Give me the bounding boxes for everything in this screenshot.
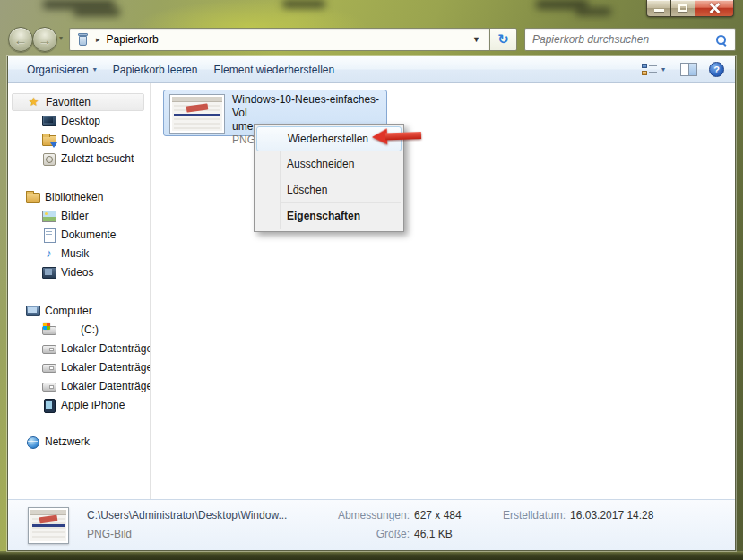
- file-list-pane: Windows-10-Neues-einfaches-Vol ume.png P…: [151, 83, 735, 499]
- recent-pages-chevron[interactable]: ▾: [59, 34, 63, 42]
- local-drive-icon: [42, 342, 56, 355]
- created-label: Erstelldatum:: [503, 509, 566, 521]
- favorites-star-icon: ★: [27, 96, 40, 108]
- explorer-window: ← → ▾ ▸ Papierkorb ▼ ↻ Organisieren ▾ Pa…: [0, 0, 743, 560]
- help-icon: ?: [713, 65, 720, 75]
- forward-arrow-icon: →: [39, 32, 52, 47]
- sidebar-item-bilder[interactable]: Bilder: [8, 206, 150, 225]
- command-toolbar: Organisieren ▾ Papierkorb leeren Element…: [8, 56, 735, 83]
- back-button[interactable]: ←: [8, 27, 33, 52]
- organize-button[interactable]: Organisieren ▾: [19, 60, 105, 80]
- back-arrow-icon: ←: [14, 32, 28, 47]
- recent-places-icon: [42, 152, 56, 165]
- sidebar-item-computer[interactable]: Computer: [8, 301, 150, 320]
- sidebar-item-videos[interactable]: Videos: [8, 263, 150, 281]
- empty-recycle-bin-button[interactable]: Papierkorb leeren: [105, 60, 206, 80]
- file-thumbnail: [169, 94, 225, 134]
- details-thumbnail: [28, 507, 69, 544]
- chevron-down-icon: ▾: [93, 65, 97, 73]
- search-icon[interactable]: [716, 35, 727, 46]
- minimize-icon: [654, 9, 664, 12]
- music-icon: ♪: [42, 247, 56, 260]
- sidebar-item-downloads[interactable]: Downloads: [8, 130, 150, 149]
- menu-item-ausschneiden[interactable]: Ausschneiden: [256, 151, 402, 177]
- details-properties: Abmessungen: 627 x 484 Größe: 46,1 KB: [313, 509, 462, 547]
- breadcrumb-location[interactable]: Papierkorb: [107, 33, 159, 46]
- sidebar-item-lokaler-datentraeger-2[interactable]: Lokaler Datenträger: [8, 358, 150, 376]
- desktop-blur-artifact: [575, 8, 611, 15]
- close-icon: [709, 3, 721, 13]
- menu-item-loeschen[interactable]: Löschen: [256, 177, 402, 203]
- size-label: Größe:: [313, 528, 410, 540]
- created-value: 16.03.2017 14:28: [570, 509, 653, 521]
- dimensions-value: 627 x 484: [414, 509, 462, 521]
- sidebar-item-lokaler-datentraeger-3[interactable]: Lokaler Datenträger: [8, 376, 150, 395]
- details-pane: C:\Users\Administrator\Desktop\Window...…: [8, 499, 735, 550]
- toolbar-right-group: ▾ ?: [638, 60, 724, 80]
- sidebar-item-zuletzt-besucht[interactable]: Zuletzt besucht: [8, 149, 150, 168]
- minimize-button[interactable]: [646, 0, 671, 17]
- sidebar-item-c-drive[interactable]: (C:): [8, 320, 150, 339]
- iphone-icon: [42, 399, 56, 411]
- address-bar[interactable]: ▸ Papierkorb ▼: [69, 28, 489, 51]
- sidebar-item-favoriten[interactable]: ★ Favoriten: [12, 93, 144, 111]
- sidebar-item-desktop[interactable]: Desktop: [8, 111, 150, 130]
- empty-recycle-bin-label: Papierkorb leeren: [113, 64, 198, 76]
- address-dropdown-icon[interactable]: ▼: [469, 35, 484, 44]
- desktop-blur-artifact: [73, 8, 120, 16]
- desktop-blur-artifact: [282, 0, 325, 8]
- restore-item-button[interactable]: Element wiederherstellen: [205, 60, 342, 80]
- change-view-button[interactable]: ▾: [638, 60, 669, 80]
- annotation-arrow-icon: [372, 127, 423, 145]
- window-controls: [646, 0, 734, 18]
- libraries-folder-icon: [26, 191, 39, 203]
- network-icon: [26, 435, 39, 448]
- window-bottom-border: [0, 551, 743, 560]
- refresh-button[interactable]: ↻: [489, 28, 517, 51]
- refresh-icon: ↻: [497, 31, 509, 47]
- views-icon: [642, 64, 657, 76]
- size-value: 46,1 KB: [414, 528, 453, 540]
- navigation-pane: ★ Favoriten Desktop Downloads Zuletzt be…: [8, 83, 151, 499]
- chevron-down-icon: ▾: [661, 65, 665, 73]
- search-box: [524, 28, 736, 51]
- system-drive-icon: [42, 323, 56, 336]
- details-file-type: PNG-Bild: [87, 528, 132, 540]
- documents-icon: [42, 228, 56, 241]
- local-drive-icon: [42, 380, 56, 392]
- sidebar-item-lokaler-datentraeger-1[interactable]: Lokaler Datenträger: [8, 339, 150, 358]
- sidebar-item-apple-iphone[interactable]: Apple iPhone: [8, 395, 150, 414]
- breadcrumb-arrow-icon[interactable]: ▸: [96, 35, 100, 44]
- preview-pane-button[interactable]: [680, 63, 697, 76]
- sidebar-item-bibliotheken[interactable]: Bibliotheken: [8, 187, 150, 206]
- maximize-button[interactable]: [671, 0, 695, 17]
- sidebar-item-netzwerk[interactable]: Netzwerk: [8, 432, 150, 451]
- videos-icon: [42, 266, 56, 279]
- downloads-folder-icon: [42, 134, 56, 146]
- menu-item-eigenschaften[interactable]: Eigenschaften: [256, 203, 402, 229]
- dimensions-label: Abmessungen:: [313, 509, 410, 521]
- computer-icon: [26, 305, 39, 317]
- pictures-icon: [42, 210, 56, 222]
- details-file-path: C:\Users\Administrator\Desktop\Window...: [87, 509, 287, 521]
- desktop-icon: [42, 115, 56, 127]
- sidebar-item-dokumente[interactable]: Dokumente: [8, 225, 150, 244]
- forward-button[interactable]: →: [32, 27, 57, 52]
- organize-label: Organisieren: [27, 64, 89, 76]
- restore-item-label: Element wiederherstellen: [213, 64, 334, 76]
- created-date: Erstelldatum: 16.03.2017 14:28: [503, 509, 653, 521]
- maximize-icon: [678, 4, 687, 12]
- recycle-bin-icon: [77, 33, 89, 46]
- content-area: ★ Favoriten Desktop Downloads Zuletzt be…: [8, 83, 735, 499]
- sidebar-item-musik[interactable]: ♪ Musik: [8, 244, 150, 263]
- help-button[interactable]: ?: [709, 62, 724, 77]
- local-drive-icon: [42, 361, 56, 374]
- search-input[interactable]: [532, 33, 712, 46]
- close-button[interactable]: [695, 0, 734, 17]
